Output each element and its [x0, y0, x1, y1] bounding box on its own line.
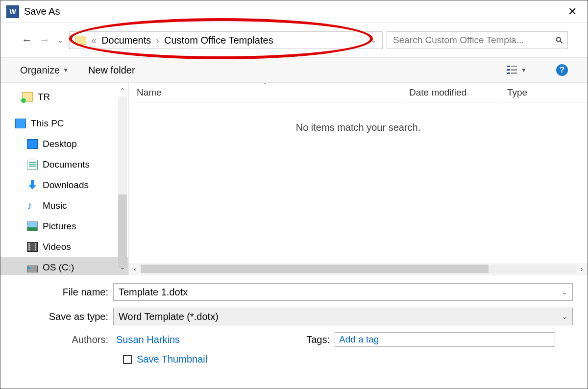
- forward-button[interactable]: →: [38, 34, 51, 47]
- nav-tree: TR This PC Desktop Documents Downloads ♪: [0, 83, 129, 275]
- new-folder-button[interactable]: New folder: [88, 65, 135, 76]
- file-list-body: No items match your search.: [129, 102, 588, 263]
- tree-item-videos[interactable]: Videos: [0, 237, 128, 257]
- tree-item-documents[interactable]: Documents: [0, 154, 128, 175]
- column-date[interactable]: Date modified: [401, 83, 499, 102]
- breadcrumb-prefix: «: [91, 35, 97, 46]
- save-as-dialog: W Save As ✕ ← → ⌄ « Documents › Custom O…: [0, 0, 588, 389]
- authors-value[interactable]: Susan Harkins: [113, 334, 180, 345]
- close-button[interactable]: ✕: [563, 3, 582, 20]
- tree-item-desktop[interactable]: Desktop: [0, 134, 128, 154]
- search-icon: ⚲: [553, 34, 565, 47]
- main-area: TR This PC Desktop Documents Downloads ♪: [0, 83, 588, 275]
- word-icon: W: [6, 5, 19, 18]
- save-thumbnail-label[interactable]: Save Thumbnail: [137, 354, 207, 365]
- tree-item-os-c[interactable]: OS (C:): [0, 257, 128, 275]
- folder-icon: [22, 92, 33, 102]
- tree-item-label: Desktop: [43, 139, 77, 149]
- chevron-right-icon: ›: [156, 35, 159, 46]
- video-icon: [27, 242, 38, 252]
- authors-label: Authors:: [30, 334, 108, 345]
- tree-item-downloads[interactable]: Downloads: [0, 175, 128, 195]
- filetype-label: Save as type:: [15, 311, 108, 322]
- tree-item-label: This PC: [31, 118, 64, 129]
- download-icon: [27, 180, 38, 191]
- breadcrumb-seg-documents[interactable]: Documents: [101, 35, 151, 46]
- window-title: Save As: [24, 6, 60, 17]
- breadcrumb-seg-custom-templates[interactable]: Custom Office Templates: [164, 35, 273, 46]
- filename-label: File name:: [15, 287, 108, 298]
- sort-indicator-icon: ⌃: [263, 82, 268, 89]
- save-thumbnail-row: Save Thumbnail: [15, 354, 573, 365]
- back-button[interactable]: ←: [20, 34, 34, 47]
- pc-icon: [15, 119, 26, 128]
- column-label: Date modified: [409, 87, 466, 98]
- scroll-left-icon[interactable]: ‹: [129, 265, 141, 273]
- bottom-panel: File name: Template 1.dotx ⌄ Save as typ…: [0, 275, 588, 370]
- save-thumbnail-checkbox[interactable]: [123, 355, 132, 364]
- tree-item-this-pc[interactable]: This PC: [0, 113, 128, 134]
- search-input[interactable]: [392, 34, 552, 46]
- view-icon: [507, 66, 518, 74]
- chevron-down-icon[interactable]: ⌄: [562, 288, 567, 296]
- nav-row: ← → ⌄ « Documents › Custom Office Templa…: [0, 23, 588, 57]
- tree-item-label: Downloads: [43, 180, 89, 191]
- scroll-right-icon[interactable]: ›: [576, 265, 588, 273]
- tree-item-label: OS (C:): [43, 262, 74, 273]
- breadcrumb-dropdown[interactable]: ⌄: [370, 36, 376, 44]
- desktop-icon: [27, 139, 38, 149]
- scroll-track[interactable]: [141, 265, 576, 273]
- tree-item-tr[interactable]: TR: [0, 87, 128, 107]
- filename-input[interactable]: Template 1.dotx ⌄: [113, 283, 573, 301]
- column-header-row: ⌃ Name Date modified Type: [129, 83, 588, 102]
- music-icon: ♪: [27, 201, 38, 211]
- organize-label: Organize: [20, 65, 60, 76]
- breadcrumb[interactable]: « Documents › Custom Office Templates ⌄: [69, 31, 383, 49]
- view-options-button[interactable]: ▼: [507, 66, 527, 74]
- folder-icon: [75, 36, 86, 45]
- tree-item-label: Pictures: [43, 221, 76, 232]
- tree-scrollbar[interactable]: ⌃ ⌄: [118, 87, 127, 271]
- filename-value: Template 1.dotx: [119, 287, 188, 298]
- tree-item-pictures[interactable]: Pictures: [0, 216, 128, 237]
- chevron-down-icon: ▼: [521, 67, 527, 73]
- tree-item-label: Music: [43, 200, 67, 211]
- help-button[interactable]: ?: [556, 64, 568, 76]
- scroll-up-icon[interactable]: ⌃: [120, 87, 125, 95]
- column-label: Name: [137, 87, 162, 98]
- tree-item-label: Videos: [43, 242, 71, 252]
- tree-item-label: TR: [38, 92, 50, 102]
- scroll-thumb[interactable]: [141, 265, 489, 273]
- drive-icon: [27, 266, 38, 272]
- tags-placeholder: Add a tag: [339, 334, 379, 345]
- chevron-down-icon: ▼: [63, 67, 69, 73]
- file-list: ⌃ Name Date modified Type No items match…: [129, 83, 588, 275]
- titlebar: W Save As ✕: [0, 0, 588, 23]
- column-type[interactable]: Type: [499, 83, 588, 102]
- column-label: Type: [507, 87, 527, 98]
- filetype-row: Save as type: Word Template (*.dotx) ⌄: [15, 308, 573, 325]
- document-icon: [27, 160, 38, 170]
- organize-button[interactable]: Organize ▼: [20, 65, 69, 76]
- filetype-value: Word Template (*.dotx): [119, 311, 219, 322]
- search-box[interactable]: ⚲: [387, 31, 568, 49]
- tags-input[interactable]: Add a tag: [335, 332, 555, 347]
- chevron-down-icon[interactable]: ⌄: [562, 313, 567, 320]
- scroll-thumb[interactable]: [118, 194, 127, 268]
- filename-row: File name: Template 1.dotx ⌄: [15, 283, 573, 301]
- toolbar: Organize ▼ New folder ▼ ?: [0, 57, 588, 83]
- column-name[interactable]: ⌃ Name: [129, 83, 401, 102]
- scroll-track[interactable]: [118, 97, 127, 261]
- recent-locations-dropdown[interactable]: ⌄: [55, 36, 65, 44]
- tree-item-label: Documents: [43, 159, 90, 170]
- meta-row: Authors: Susan Harkins Tags: Add a tag: [15, 332, 573, 347]
- horizontal-scrollbar[interactable]: ‹ ›: [129, 263, 588, 275]
- filetype-select[interactable]: Word Template (*.dotx) ⌄: [113, 308, 573, 325]
- tags-label: Tags:: [302, 334, 330, 345]
- picture-icon: [27, 221, 38, 231]
- tree-item-music[interactable]: ♪ Music: [0, 195, 128, 216]
- empty-message: No items match your search.: [296, 122, 421, 133]
